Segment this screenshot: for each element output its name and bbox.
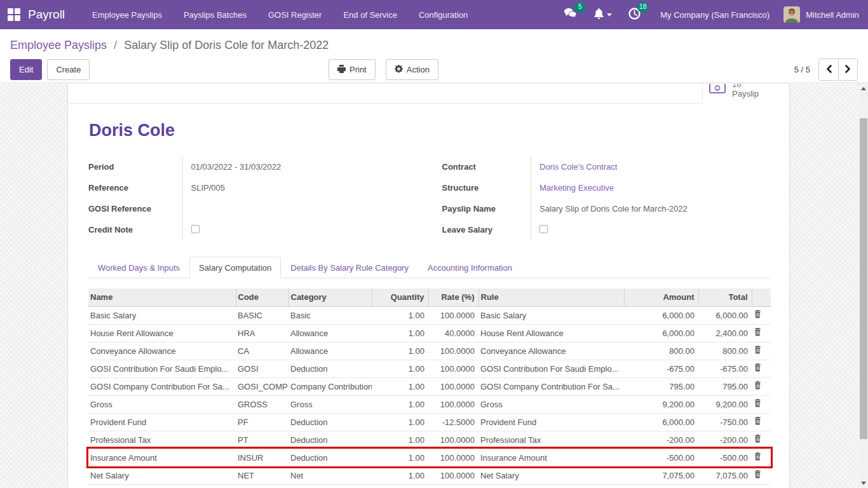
cell-quantity[interactable]: 1.00 <box>372 324 428 342</box>
column-header-total[interactable]: Total <box>698 288 752 306</box>
tab-worked-days-inputs[interactable]: Worked Days & Inputs <box>88 257 189 278</box>
cell-code[interactable]: HRA <box>236 324 288 342</box>
cell-category[interactable]: Basic <box>288 306 372 324</box>
cell-amount[interactable]: 6,000.00 <box>624 413 698 431</box>
cell-amount[interactable]: -675.00 <box>624 360 698 377</box>
cell-rule[interactable]: Professional Tax <box>478 431 624 449</box>
delete-row-button[interactable] <box>752 324 771 342</box>
messages-button[interactable]: 5 <box>564 8 578 22</box>
delete-row-button[interactable] <box>752 431 771 449</box>
cell-rate[interactable]: 100.0000 <box>428 395 478 413</box>
table-row-gosi-comp[interactable]: GOSI Company Contribution For Sa...GOSI_… <box>88 377 771 395</box>
delete-row-button[interactable] <box>752 342 771 360</box>
cell-rate[interactable]: 100.0000 <box>428 306 478 324</box>
cell-name[interactable]: GOSI Contribution For Saudi Emplo... <box>88 360 236 377</box>
cell-category[interactable]: Company Contribution <box>288 377 372 395</box>
nav-menu-item-gosi-register[interactable]: GOSI Register <box>257 0 333 29</box>
cell-category[interactable]: Gross <box>288 395 372 413</box>
scroll-down-arrow-icon[interactable] <box>859 478 868 488</box>
cell-category[interactable]: Allowance <box>288 324 372 342</box>
delete-row-button[interactable] <box>752 466 771 484</box>
tab-salary-computation[interactable]: Salary Computation <box>189 257 281 278</box>
cell-total[interactable]: -200.00 <box>698 431 752 449</box>
edit-button[interactable]: Edit <box>10 59 42 80</box>
create-button[interactable]: Create <box>47 59 90 80</box>
cell-total[interactable]: 800.00 <box>698 342 752 360</box>
payslip-stat-button[interactable]: 1 16 Payslip <box>702 84 789 104</box>
table-row-net[interactable]: Net SalaryNETNet1.00100.0000Net Salary7,… <box>88 466 771 484</box>
cell-code[interactable]: CA <box>236 342 288 360</box>
cell-name[interactable]: GOSI Company Contribution For Sa... <box>88 377 236 395</box>
cell-amount[interactable]: 6,000.00 <box>624 306 698 324</box>
cell-quantity[interactable]: 1.00 <box>372 395 428 413</box>
cell-amount[interactable]: 6,000.00 <box>624 324 698 342</box>
cell-total[interactable]: 9,200.00 <box>698 395 752 413</box>
checkbox-leave-salary[interactable] <box>539 225 548 233</box>
nav-menu-item-configuration[interactable]: Configuration <box>408 0 478 29</box>
nav-menu-item-payslips-batches[interactable]: Payslips Batches <box>173 0 257 29</box>
apps-grid-icon[interactable] <box>8 8 20 21</box>
table-row-gross[interactable]: GrossGROSSGross1.00100.0000Gross9,200.00… <box>88 395 771 413</box>
cell-total[interactable]: -750.00 <box>698 413 752 431</box>
cell-quantity[interactable]: 1.00 <box>372 306 428 324</box>
cell-rate[interactable]: 100.0000 <box>428 377 478 395</box>
field-link-contract[interactable]: Doris Cole's Contract <box>539 162 617 172</box>
table-row-ca[interactable]: Conveyance AllowanceCAAllowance1.00100.0… <box>88 342 771 360</box>
delete-row-button[interactable] <box>752 395 771 413</box>
delete-row-button[interactable] <box>752 306 771 324</box>
cell-category[interactable]: Net <box>288 466 372 484</box>
cell-rule[interactable]: Conveyance Allowance <box>478 342 624 360</box>
cell-code[interactable]: BASIC <box>236 306 288 324</box>
cell-amount[interactable]: 795.00 <box>624 377 698 395</box>
cell-rule[interactable]: Provident Fund <box>478 413 624 431</box>
cell-quantity[interactable]: 1.00 <box>372 449 428 466</box>
cell-name[interactable]: Provident Fund <box>88 413 236 431</box>
table-row-hra[interactable]: House Rent AllowanceHRAAllowance1.0040.0… <box>88 324 771 342</box>
delete-row-button[interactable] <box>752 413 771 431</box>
cell-code[interactable]: NET <box>236 466 288 484</box>
cell-name[interactable]: Gross <box>88 395 236 413</box>
cell-code[interactable]: GOSI <box>236 360 288 377</box>
cell-rule[interactable]: GOSI Company Contribution For Sa... <box>478 377 624 395</box>
cell-rule[interactable]: GOSI Contribution For Saudi Emplo... <box>478 360 624 377</box>
column-header-rate[interactable]: Rate (%) <box>428 288 478 306</box>
cell-code[interactable]: PF <box>236 413 288 431</box>
action-button[interactable]: Action <box>386 59 438 80</box>
cell-amount[interactable]: 800.00 <box>624 342 698 360</box>
breadcrumb-parent-link[interactable]: Employee Payslips <box>10 39 107 51</box>
delete-row-button[interactable] <box>752 377 771 395</box>
nav-menu-item-employee-payslips[interactable]: Employee Payslips <box>81 0 173 29</box>
table-row-basic[interactable]: Basic SalaryBASICBasic1.00100.0000Basic … <box>88 306 771 324</box>
print-button[interactable]: Print <box>329 59 376 80</box>
cell-total[interactable]: 6,000.00 <box>698 306 752 324</box>
column-header-category[interactable]: Category <box>288 288 372 306</box>
cell-rate[interactable]: 100.0000 <box>428 342 478 360</box>
cell-total[interactable]: 7,075.00 <box>698 466 752 484</box>
cell-rule[interactable]: Gross <box>478 395 624 413</box>
vertical-scrollbar[interactable] <box>859 84 868 488</box>
scroll-up-arrow-icon[interactable] <box>859 84 868 93</box>
cell-total[interactable]: -500.00 <box>698 449 752 466</box>
table-row-pf[interactable]: Provident FundPFDeduction1.00-12.5000Pro… <box>88 413 771 431</box>
cell-amount[interactable]: 7,075.00 <box>624 466 698 484</box>
pager-next-button[interactable] <box>838 59 857 80</box>
checkbox-credit-note[interactable] <box>191 225 200 233</box>
cell-rate[interactable]: 100.0000 <box>428 466 478 484</box>
column-header-quantity[interactable]: Quantity <box>372 288 428 306</box>
cell-code[interactable]: GOSI_COMP <box>236 377 288 395</box>
cell-name[interactable]: Conveyance Allowance <box>88 342 236 360</box>
column-header-code[interactable]: Code <box>236 288 288 306</box>
user-avatar[interactable] <box>783 6 800 23</box>
field-link-structure[interactable]: Marketing Executive <box>539 183 614 193</box>
cell-code[interactable]: INSUR <box>236 449 288 466</box>
column-header-rule[interactable]: Rule <box>478 288 624 306</box>
column-header-amount[interactable]: Amount <box>624 288 698 306</box>
app-name[interactable]: Payroll <box>28 8 65 22</box>
activities-button[interactable]: 18 <box>628 8 641 22</box>
cell-name[interactable]: Net Salary <box>88 466 236 484</box>
cell-rule[interactable]: House Rent Allowance <box>478 324 624 342</box>
cell-quantity[interactable]: 1.00 <box>372 466 428 484</box>
delete-row-button[interactable] <box>752 449 771 466</box>
cell-quantity[interactable]: 1.00 <box>372 360 428 377</box>
notifications-button[interactable] <box>594 8 612 22</box>
